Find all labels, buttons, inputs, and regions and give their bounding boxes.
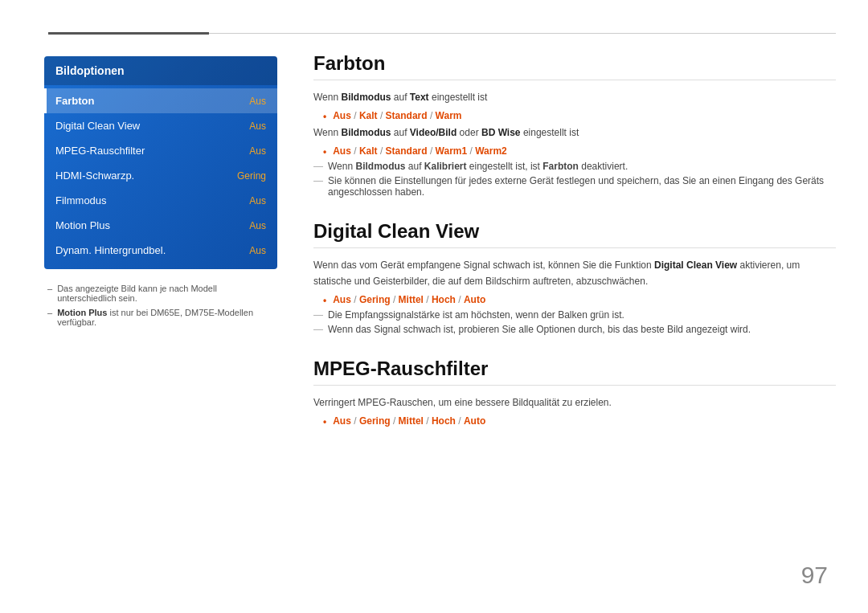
dcv-note-2: — Wenn das Signal schwach ist, probieren…	[313, 324, 836, 335]
mpeg-options: Aus / Gering / Mittel / Hoch / Auto	[333, 415, 485, 427]
menu-item-motion-plus[interactable]: Motion Plus Aus	[44, 213, 277, 238]
panel-note-1: – Das angezeigte Bild kann je nach Model…	[47, 284, 274, 303]
farbton-bullet-1: • Aus / Kalt / Standard / Warm	[323, 110, 836, 122]
panel-note-text: Motion Plus ist nur bei DM65E, DM75E-Mod…	[57, 308, 274, 327]
menu-item-filmmodus[interactable]: Filmmodus Aus	[44, 188, 277, 213]
section-title-mpeg: MPEG-Rauschfilter	[313, 358, 836, 386]
top-line-dark	[48, 32, 209, 35]
top-line-light	[209, 33, 836, 34]
dcv-bullet-1: • Aus / Gering / Mittel / Hoch / Auto	[323, 294, 836, 306]
menu-item-hdmi[interactable]: HDMI-Schwarzp. Gering	[44, 163, 277, 188]
menu-item-value: Aus	[249, 245, 266, 256]
left-panel: Bildoptionen Farbton Aus Digital Clean V…	[44, 56, 277, 332]
section-farbton: Farbton Wenn Bildmodus auf Text eingeste…	[313, 52, 836, 198]
farbton-note-1: — Wenn Bildmodus auf Kalibriert eingeste…	[313, 161, 836, 172]
right-content: Farbton Wenn Bildmodus auf Text eingeste…	[313, 52, 836, 450]
dcv-intro: Wenn das vom Gerät empfangene Signal sch…	[313, 258, 836, 288]
menu-item-farbton[interactable]: Farbton Aus	[44, 88, 277, 113]
top-decorative-lines	[0, 32, 868, 35]
menu-item-value: Gering	[237, 170, 266, 182]
section-digital-clean-view: Digital Clean View Wenn das vom Gerät em…	[313, 220, 836, 334]
menu-item-label: Dynam. Hintergrundbel.	[55, 244, 166, 256]
dcv-options: Aus / Gering / Mittel / Hoch / Auto	[333, 294, 485, 305]
page-number: 97	[801, 562, 828, 589]
section-title-digital-clean-view: Digital Clean View	[313, 220, 836, 248]
menu-item-value: Aus	[249, 220, 266, 231]
farbton-options-2: Aus / Kalt / Standard / Warm1 / Warm2	[333, 145, 507, 157]
menu-item-label: HDMI-Schwarzp.	[55, 170, 134, 182]
farbton-para-1: Wenn Bildmodus auf Text eingestellt ist	[313, 90, 836, 105]
farbton-bullet-2: • Aus / Kalt / Standard / Warm1 / Warm2	[323, 145, 836, 157]
menu-item-value: Aus	[249, 121, 266, 132]
section-mpeg: MPEG-Rauschfilter Verringert MPEG-Rausch…	[313, 358, 836, 427]
mpeg-intro: Verringert MPEG-Rauschen, um eine besser…	[313, 395, 836, 411]
panel-note-text: Das angezeigte Bild kann je nach Modell …	[57, 284, 274, 303]
menu-item-digital-clean-view[interactable]: Digital Clean View Aus	[44, 113, 277, 138]
menu-item-value: Aus	[249, 96, 266, 107]
menu-item-label: Filmmodus	[55, 194, 107, 206]
dcv-note-1: — Die Empfangssignalstärke ist am höchst…	[313, 309, 836, 321]
panel-notes: – Das angezeigte Bild kann je nach Model…	[44, 284, 277, 327]
farbton-para-2: Wenn Bildmodus auf Video/Bild oder BD Wi…	[313, 125, 836, 141]
mpeg-bullet-1: • Aus / Gering / Mittel / Hoch / Auto	[323, 415, 836, 427]
menu-item-mpeg[interactable]: MPEG-Rauschfilter Aus	[44, 138, 277, 163]
section-title-farbton: Farbton	[313, 52, 836, 80]
menu-item-label: Farbton	[55, 95, 94, 107]
menu-item-label: Motion Plus	[55, 219, 110, 231]
menu-box: Bildoptionen Farbton Aus Digital Clean V…	[44, 56, 277, 269]
farbton-options-1: Aus / Kalt / Standard / Warm	[333, 110, 461, 121]
menu-header: Bildoptionen	[44, 56, 277, 85]
menu-item-label: Digital Clean View	[55, 120, 140, 132]
menu-item-label: MPEG-Rauschfilter	[55, 145, 145, 157]
panel-note-2: – Motion Plus ist nur bei DM65E, DM75E-M…	[47, 308, 274, 327]
menu-item-value: Aus	[249, 145, 266, 157]
menu-item-dynam[interactable]: Dynam. Hintergrundbel. Aus	[44, 238, 277, 263]
farbton-note-2: — Sie können die Einstellungen für jedes…	[313, 175, 836, 198]
menu-item-value: Aus	[249, 195, 266, 206]
